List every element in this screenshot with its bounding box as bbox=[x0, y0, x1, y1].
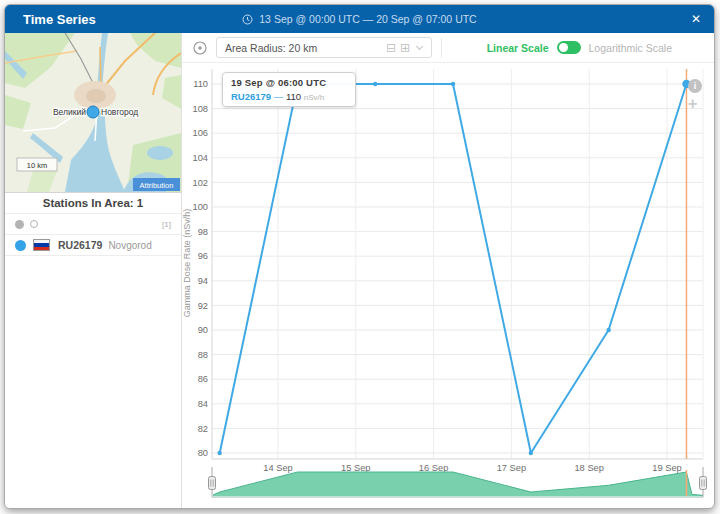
scale-toggle[interactable] bbox=[557, 41, 581, 54]
station-id: RU26179 bbox=[58, 239, 102, 251]
svg-text:Новгород: Новгород bbox=[101, 107, 138, 117]
svg-text:106: 106 bbox=[192, 128, 208, 138]
svg-text:110: 110 bbox=[193, 79, 208, 89]
tooltip-value-row: RU26179 — 110 nSv/h bbox=[231, 91, 347, 102]
left-panel: Великий Новгород 10 km Attribution Stati… bbox=[5, 33, 182, 509]
chart-tooltip: 19 Sep @ 06:00 UTC RU26179 — 110 nSv/h bbox=[222, 72, 356, 107]
svg-text:80: 80 bbox=[198, 448, 208, 458]
navigator-handle bbox=[209, 477, 216, 490]
svg-text:104: 104 bbox=[192, 153, 208, 163]
navigator-area bbox=[213, 472, 703, 497]
clock-icon bbox=[242, 14, 253, 25]
filter-none-dot[interactable] bbox=[30, 220, 38, 228]
svg-text:94: 94 bbox=[198, 276, 208, 286]
tooltip-unit: nSv/h bbox=[304, 93, 324, 102]
timeseries-chart[interactable]: 8082848688909294969810010210410610811014… bbox=[182, 63, 715, 509]
svg-text:86: 86 bbox=[198, 374, 208, 384]
russia-flag-icon bbox=[33, 239, 50, 251]
chevron-down-icon[interactable] bbox=[416, 43, 423, 50]
stations-header: Stations In Area: 1 bbox=[5, 193, 181, 214]
info-icon[interactable]: i bbox=[688, 79, 702, 93]
logarithmic-scale-label: Logarithmic Scale bbox=[589, 42, 672, 54]
chart-toolbar: Area Radius: 20 km ⊟ ⊞ Linear Scale Loga… bbox=[182, 33, 715, 63]
svg-text:15 Sep: 15 Sep bbox=[341, 463, 370, 473]
svg-text:Attribution: Attribution bbox=[140, 181, 174, 190]
map-city-area bbox=[74, 81, 116, 109]
area-radius-control[interactable]: Area Radius: 20 km ⊟ ⊞ bbox=[216, 37, 432, 58]
svg-text:17 Sep: 17 Sep bbox=[497, 463, 526, 473]
svg-text:10 km: 10 km bbox=[27, 161, 47, 170]
svg-text:98: 98 bbox=[198, 227, 208, 237]
header-date-range-wrap: 13 Sep @ 00:00 UTC — 20 Sep @ 07:00 UTC bbox=[5, 13, 714, 25]
toolbar-divider bbox=[441, 38, 442, 58]
station-count-badge: [1] bbox=[162, 220, 171, 229]
svg-text:100: 100 bbox=[192, 202, 208, 212]
svg-text:16 Sep: 16 Sep bbox=[419, 463, 448, 473]
svg-text:19 Sep: 19 Sep bbox=[652, 463, 681, 473]
time-series-window: Time Series 13 Sep @ 00:00 UTC — 20 Sep … bbox=[4, 4, 715, 509]
radius-decrease-icon[interactable]: ⊟ bbox=[386, 41, 396, 55]
svg-text:108: 108 bbox=[192, 104, 208, 114]
station-list-item[interactable]: RU26179 Novgorod bbox=[5, 235, 181, 256]
zoom-in-icon[interactable]: + bbox=[688, 95, 697, 113]
svg-text:14 Sep: 14 Sep bbox=[263, 463, 292, 473]
window-header: Time Series 13 Sep @ 00:00 UTC — 20 Sep … bbox=[5, 5, 714, 33]
svg-text:92: 92 bbox=[198, 301, 208, 311]
station-name: Novgorod bbox=[108, 240, 151, 251]
svg-text:82: 82 bbox=[198, 424, 208, 434]
filter-all-dot[interactable] bbox=[15, 220, 24, 229]
area-radius-label: Area Radius: 20 km bbox=[225, 42, 317, 54]
station-map[interactable]: Великий Новгород 10 km Attribution bbox=[5, 33, 181, 193]
svg-text:Великий: Великий bbox=[53, 107, 86, 117]
radius-increase-icon[interactable]: ⊞ bbox=[400, 41, 410, 55]
svg-text:102: 102 bbox=[192, 178, 208, 188]
svg-text:90: 90 bbox=[198, 325, 208, 335]
scale-toggle-group: Linear Scale Logarithmic Scale bbox=[487, 41, 672, 54]
series-line bbox=[220, 84, 687, 453]
tooltip-station: RU26179 bbox=[231, 91, 271, 102]
map-scale-bar: 10 km bbox=[17, 158, 57, 171]
svg-text:84: 84 bbox=[198, 399, 208, 409]
svg-text:88: 88 bbox=[198, 350, 208, 360]
attribution-button[interactable]: Attribution bbox=[133, 178, 180, 191]
station-marker[interactable] bbox=[87, 106, 99, 118]
svg-text:18 Sep: 18 Sep bbox=[574, 463, 603, 473]
navigator-handle bbox=[700, 477, 707, 490]
svg-text:96: 96 bbox=[198, 251, 208, 261]
svg-text:Gamma Dose Rate (nSv/h): Gamma Dose Rate (nSv/h) bbox=[182, 209, 192, 318]
tooltip-separator: — bbox=[274, 91, 284, 102]
toggle-knob bbox=[559, 43, 568, 52]
tooltip-title: 19 Sep @ 06:00 UTC bbox=[231, 77, 347, 88]
stations-filter-row: [1] bbox=[5, 214, 181, 235]
station-color-dot bbox=[15, 240, 26, 251]
chart-panel: Area Radius: 20 km ⊟ ⊞ Linear Scale Loga… bbox=[182, 33, 715, 509]
tooltip-value: 110 bbox=[286, 91, 301, 102]
linear-scale-label: Linear Scale bbox=[487, 42, 549, 54]
header-date-range: 13 Sep @ 00:00 UTC — 20 Sep @ 07:00 UTC bbox=[259, 13, 476, 25]
target-icon[interactable] bbox=[192, 40, 208, 56]
map-canvas: Великий Новгород 10 km Attribution bbox=[5, 33, 181, 192]
chart-zone: 8082848688909294969810010210410610811014… bbox=[182, 63, 715, 509]
